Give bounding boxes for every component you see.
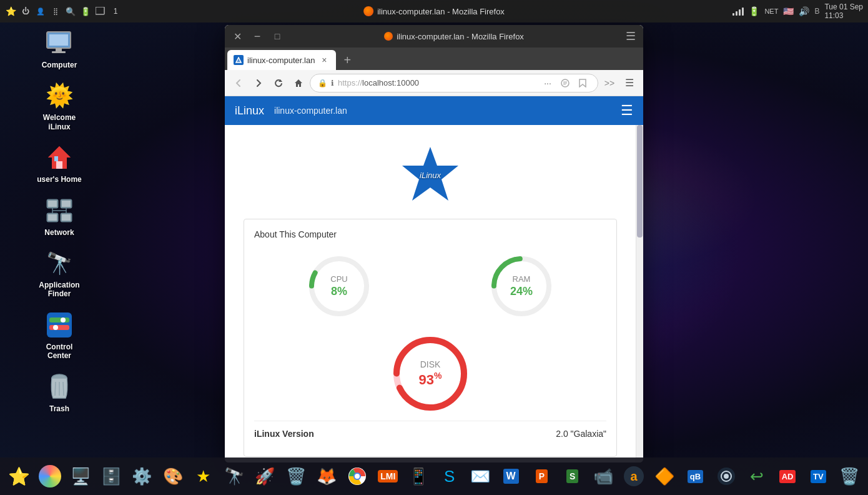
taskbar-bookmark[interactable]: ★ [189, 462, 217, 491]
taskbar-teamviewer[interactable]: TV [804, 462, 832, 491]
apps-icon[interactable]: ⣿ [50, 6, 61, 17]
trash-icon-img [44, 372, 74, 402]
address-bar[interactable]: 🔒 ℹ https://localhost:10000 ··· [310, 74, 598, 92]
taskbar-anydesk[interactable]: AD [773, 462, 801, 491]
tab-close-button[interactable]: × [318, 54, 330, 66]
scrollbar-thumb[interactable] [637, 125, 643, 238]
user-icon[interactable]: 👤 [35, 6, 46, 17]
trash-icon[interactable]: Trash [34, 372, 84, 413]
network-icon-label: Network [44, 228, 74, 237]
computer-icon[interactable]: Computer [34, 28, 84, 69]
star-taskbar-icon[interactable]: ⭐ [5, 6, 16, 17]
power-icon[interactable]: ⏻ [20, 6, 31, 17]
svg-rect-13 [62, 201, 71, 207]
taskbar-settings[interactable]: ⚙️ [128, 462, 156, 491]
taskbar-spreadsheet[interactable]: S [558, 462, 586, 491]
maximize-button[interactable]: □ [270, 29, 285, 44]
scrollbar[interactable] [636, 125, 643, 462]
active-tab[interactable]: ilinux-computer.lan × [227, 50, 336, 70]
reload-button[interactable] [270, 74, 287, 92]
word-icon: W [503, 469, 519, 484]
taskbar-logmein[interactable]: LMI [374, 462, 402, 491]
svg-point-35 [312, 259, 367, 314]
taskbar-screenrecorder[interactable]: 📹 [589, 462, 617, 491]
browser-content: iLinux About This Computer [225, 125, 636, 462]
battery-icon[interactable]: 🔋 [80, 6, 91, 17]
taskbar-firefox[interactable]: 🦊 [312, 462, 340, 491]
taskbar-viber[interactable]: 📱 [405, 462, 433, 491]
svg-rect-4 [52, 51, 66, 53]
taskbar-backup[interactable]: ↩ [742, 462, 771, 491]
home-icon[interactable]: user's Home [34, 142, 84, 184]
taskbar-qbittorrent[interactable]: qB [681, 462, 709, 491]
home-button[interactable] [290, 74, 307, 92]
taskbar-circles[interactable] [36, 462, 64, 491]
forward-button[interactable] [250, 74, 267, 92]
monitor-icon: 🖥️ [71, 467, 91, 486]
bookmark-btn[interactable] [575, 76, 590, 91]
taskbar-mail[interactable]: ✉️ [466, 462, 494, 491]
app-title: iLinux [235, 104, 264, 118]
about-title: About This Computer [254, 229, 606, 239]
firefox-logo [384, 32, 393, 41]
app-subtitle: ilinux-computer.lan [274, 106, 347, 116]
taskbar-filemanager[interactable]: 🗄️ [97, 462, 126, 491]
taskbar-trash2[interactable]: 🗑️ [835, 462, 863, 491]
tab-favicon [234, 55, 244, 65]
window-icon[interactable] [95, 6, 106, 17]
taskbar-word[interactable]: W [497, 462, 525, 491]
desktop-icons: Computer 🌞 Welcome iLinux user's Home [34, 28, 84, 413]
close-button[interactable]: ✕ [230, 29, 245, 44]
browser-content-wrapper: iLinux About This Computer [225, 125, 643, 462]
title-menu-button[interactable]: ☰ [623, 29, 638, 43]
more-options-btn[interactable]: ··· [540, 76, 555, 91]
url-host: localhost:10000 [362, 78, 419, 88]
taskbar-rocket[interactable]: 🚀 [251, 462, 279, 491]
taskbar-monitor[interactable]: 🖥️ [66, 462, 94, 491]
version-value: 2.0 "Galaxia" [556, 429, 606, 439]
welcome-icon[interactable]: 🌞 Welcome iLinux [34, 81, 84, 131]
disk-gauge: DISK 93% [390, 333, 471, 414]
logo-text: iLinux [420, 170, 441, 180]
taskbar: ⭐ 🖥️ 🗄️ ⚙️ 🎨 ★ 🔭 🚀 🗑️ � [0, 458, 868, 495]
settings-icon: ⚙️ [132, 467, 152, 486]
top-gauges-row: CPU 8% [254, 252, 606, 321]
nav-menu-button[interactable]: ☰ [621, 74, 638, 92]
nav-bar: 🔒 ℹ https://localhost:10000 ··· >> ☰ [225, 70, 643, 96]
nav-overflow-button[interactable]: >> [601, 74, 618, 92]
chrome-icon [348, 467, 367, 486]
controlcenter-icon[interactable]: Control Center [34, 310, 84, 361]
computer-icon-label: Computer [42, 61, 77, 69]
version-label: iLinux Version [254, 429, 556, 439]
svg-rect-11 [48, 201, 57, 207]
taskbar-chrome[interactable] [343, 462, 371, 491]
firefox-logo-small [363, 6, 373, 16]
app-menu-button[interactable]: ☰ [621, 102, 633, 119]
tab-bar: ilinux-computer.lan × + [225, 48, 643, 70]
url-scheme: https:// [338, 78, 362, 88]
taskbar-amazon[interactable]: a [619, 462, 648, 491]
taskbar-steam[interactable] [712, 462, 740, 491]
taskbar-colors[interactable]: 🎨 [159, 462, 187, 491]
svg-rect-0 [96, 7, 104, 14]
taskbar-vlc[interactable]: 🔶 [651, 462, 679, 491]
reader-mode-btn[interactable] [558, 76, 573, 91]
taskbar-trash-green[interactable]: 🗑️ [282, 462, 310, 491]
svg-line-27 [55, 382, 56, 396]
top-bar-left: ⭐ ⏻ 👤 ⣿ 🔍 🔋 1 [5, 6, 121, 17]
ram-gauge: RAM 24% [487, 252, 556, 321]
network-icon[interactable]: Network [34, 196, 84, 237]
minimize-button[interactable]: − [250, 29, 265, 44]
search-icon[interactable]: 🔍 [65, 6, 76, 17]
bottom-gauges-row: DISK 93% [254, 333, 606, 414]
taskbar-binoculars[interactable]: 🔭 [220, 462, 249, 491]
lock-icon: 🔒 [318, 79, 327, 88]
new-tab-button[interactable]: + [338, 51, 356, 69]
taskbar-skype[interactable]: S [435, 462, 463, 491]
about-box: About This Computer [244, 219, 617, 457]
appfinder-icon[interactable]: 🔭 Application Finder [34, 248, 84, 299]
back-button[interactable] [230, 74, 247, 92]
filemanager-icon: 🗄️ [101, 467, 121, 486]
taskbar-presentation[interactable]: P [528, 462, 556, 491]
taskbar-star[interactable]: ⭐ [5, 462, 33, 491]
